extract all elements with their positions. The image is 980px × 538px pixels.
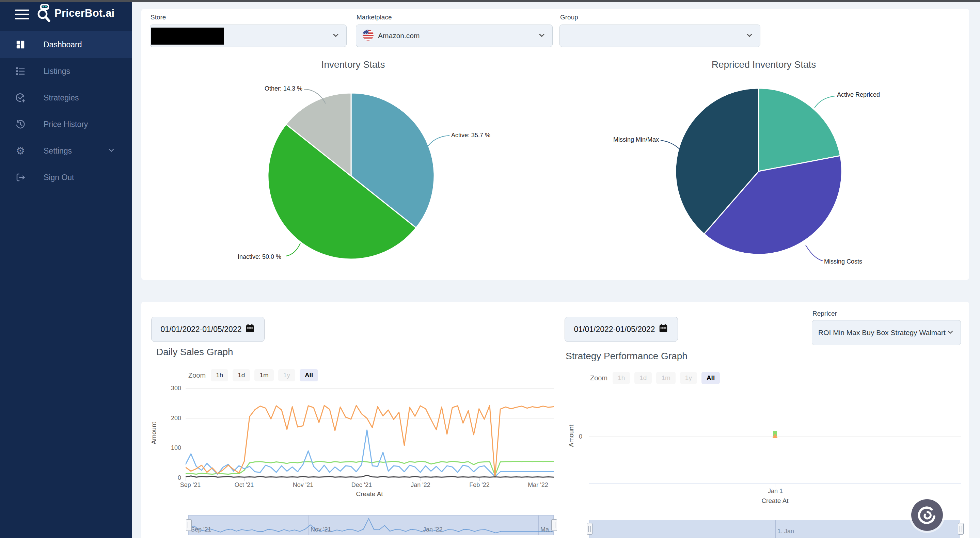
gear-icon: ⚙ — [15, 145, 26, 156]
strategy-xtick-label: Jan 1 — [768, 488, 783, 495]
sales-xtick: Jan '22 — [410, 481, 430, 489]
sales-yaxis-title: Amount — [150, 422, 158, 444]
store-label: Store — [151, 14, 166, 21]
navigator-left-handle[interactable] — [186, 519, 192, 531]
pie-slice-label-active-repriced: Active Repriced — [837, 91, 880, 99]
strategy-data-marker-orange[interactable] — [772, 433, 778, 438]
inventory-overview-card — [141, 9, 969, 280]
strategy-xaxis-tick — [775, 484, 775, 487]
pie-slice-label-missing-costs: Missing Costs — [824, 258, 862, 265]
inventory-pie-chart[interactable] — [267, 92, 435, 260]
group-label: Group — [560, 14, 578, 21]
hamburger-menu-icon[interactable] — [15, 10, 29, 21]
chevron-down-icon — [537, 31, 546, 41]
app-logo-text: PricerBot.ai — [54, 7, 115, 19]
sales-xtick: Oct '21 — [235, 481, 254, 489]
zoom-button-1h[interactable]: 1h — [211, 369, 228, 381]
strategy-date-range-picker[interactable]: 01/01/2022-01/05/2022 — [565, 317, 678, 342]
highcharts-logo[interactable] — [911, 499, 943, 531]
window-top-strip — [0, 0, 980, 2]
sales-ytick: 300 — [158, 385, 181, 392]
zoom-button-1m[interactable]: 1m — [255, 369, 274, 381]
chevron-down-icon — [745, 31, 754, 41]
repricer-value: ROI Min Max Buy Box Strategy Walmart — [818, 329, 946, 337]
pie-slice-label-other: Other: 14.3 % — [264, 85, 302, 92]
chevron-down-icon — [946, 328, 955, 337]
sidebar-item-sign-out[interactable]: Sign Out — [0, 164, 132, 191]
chevron-down-icon — [107, 146, 115, 156]
zoom-button-1d: 1d — [635, 372, 652, 384]
sidebar-item-label: Settings — [44, 146, 72, 156]
navigator-right-handle[interactable] — [551, 519, 557, 531]
pie-slice-label-inactive: Inactive: 50.0 % — [238, 253, 281, 261]
sidebar-item-price-history[interactable]: Price History — [0, 111, 132, 138]
strategy-zoom-buttons: Zoom1h1d1m1yAll — [590, 372, 720, 384]
navigator-label: 1. Jan — [777, 528, 794, 535]
sidebar-item-label: Price History — [44, 120, 88, 129]
sales-navigator[interactable]: Sep '21 Nov '21 Jan '22 Ma... — [188, 515, 554, 535]
pricerbot-robot-lens-icon — [35, 3, 53, 23]
zoom-button-1d[interactable]: 1d — [232, 369, 250, 381]
navigator-left-handle[interactable] — [587, 523, 592, 535]
marketplace-value: Amazon.com — [378, 32, 420, 40]
check-circle-plus-icon — [15, 92, 26, 103]
sales-xtick: Mar '22 — [528, 481, 548, 489]
strategy-date-range-value: 01/01/2022-01/05/2022 — [574, 325, 655, 334]
sales-xtick: Dec '21 — [352, 481, 372, 489]
strategy-xaxis-title: Create At — [761, 497, 788, 505]
navigator-right-handle[interactable] — [958, 523, 964, 535]
inventory-pie-title: Inventory Stats — [321, 59, 385, 70]
dashboard-grid-icon — [15, 39, 26, 50]
list-icon — [15, 66, 26, 76]
chevron-down-icon — [331, 31, 340, 41]
sidebar: PricerBot.ai Dashboard Listings Strategi… — [0, 0, 132, 538]
sales-zoom-buttons: Zoom1h1d1m1yAll — [188, 369, 318, 381]
sales-ytick: 100 — [158, 444, 181, 452]
sidebar-item-label: Dashboard — [44, 40, 82, 49]
clock-history-icon — [15, 119, 26, 130]
sidebar-nav: Dashboard Listings Strategies Price Hist… — [0, 31, 132, 191]
sidebar-item-settings[interactable]: ⚙ Settings — [0, 138, 132, 164]
sales-chart-title: Daily Sales Graph — [156, 347, 233, 358]
sidebar-item-listings[interactable]: Listings — [0, 58, 132, 84]
zoom-label: Zoom — [188, 371, 206, 379]
us-flag-icon — [362, 29, 374, 43]
sales-date-range-picker[interactable]: 01/01/2022-01/05/2022 — [151, 317, 264, 342]
zoom-button-all[interactable]: All — [702, 372, 720, 384]
sidebar-item-dashboard[interactable]: Dashboard — [0, 31, 132, 58]
pie-slice-label-active: Active: 35.7 % — [451, 132, 490, 139]
sales-xtick: Sep '21 — [180, 481, 201, 489]
group-select[interactable] — [560, 24, 760, 47]
repriced-pie-title: Repriced Inventory Stats — [712, 59, 816, 70]
zoom-label: Zoom — [590, 374, 608, 382]
zoom-button-1m: 1m — [656, 372, 675, 384]
calendar-icon — [245, 323, 255, 336]
navigator-label: Jan '22 — [423, 526, 442, 533]
strategy-navigator[interactable]: 1. Jan — [589, 520, 960, 538]
dashboard-page: PricerBot.ai Dashboard Listings Strategi… — [0, 0, 980, 538]
pie-slice-label-missing-minmax: Missing Min/Max — [613, 136, 659, 143]
sales-xaxis-title: Create At — [356, 490, 383, 498]
sales-ytick: 200 — [158, 415, 181, 422]
sidebar-item-strategies[interactable]: Strategies — [0, 84, 132, 111]
zoom-button-1h: 1h — [612, 372, 630, 384]
marketplace-label: Marketplace — [356, 14, 392, 21]
navigator-label: Sep '21 — [191, 526, 212, 533]
sales-ytick: 0 — [158, 474, 181, 481]
marketplace-select[interactable]: Amazon.com — [356, 24, 553, 47]
strategy-chart-title: Strategy Performance Graph — [566, 351, 687, 361]
sidebar-item-label: Strategies — [44, 93, 79, 102]
zoom-button-1y: 1y — [680, 372, 697, 384]
sales-xtick: Feb '22 — [469, 481, 489, 489]
repricer-label: Repricer — [813, 310, 837, 317]
sidebar-item-label: Sign Out — [44, 173, 74, 182]
sign-out-icon — [15, 172, 26, 183]
sales-line-chart[interactable] — [186, 388, 554, 478]
sidebar-item-label: Listings — [44, 67, 70, 76]
app-logo[interactable]: PricerBot.ai — [35, 3, 115, 23]
zoom-button-1y: 1y — [278, 369, 295, 381]
repriced-pie-chart[interactable] — [675, 88, 842, 255]
repricer-select[interactable]: ROI Min Max Buy Box Strategy Walmart — [812, 320, 961, 345]
strategy-ytick-0: 0 — [560, 433, 582, 440]
zoom-button-all[interactable]: All — [300, 369, 318, 381]
